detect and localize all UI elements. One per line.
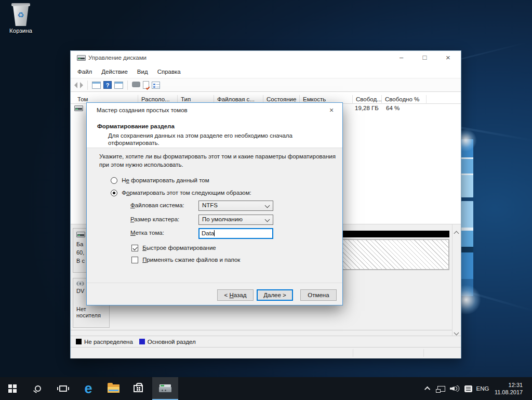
show-action-pane-icon[interactable] bbox=[114, 82, 123, 89]
column-free-percent[interactable]: Свободно % bbox=[382, 95, 427, 104]
close-button[interactable]: × bbox=[436, 51, 460, 65]
footer-separator bbox=[87, 283, 342, 283]
store-button[interactable] bbox=[129, 377, 148, 400]
file-system-value: NTFS bbox=[202, 202, 218, 208]
radio-format-circle[interactable] bbox=[111, 190, 117, 196]
title-bar[interactable]: Управление дисками – □ × bbox=[71, 51, 461, 65]
action-center-button[interactable] bbox=[461, 377, 475, 400]
column-free-space[interactable]: Свобод... bbox=[353, 95, 382, 104]
cluster-size-label: Размер кластера: bbox=[130, 216, 179, 222]
language-label: ENG bbox=[476, 385, 489, 392]
compression-checkbox[interactable]: Применять сжатие файлов и папок bbox=[131, 257, 240, 263]
wizard-title-bar[interactable]: Мастер создания простых томов × bbox=[87, 103, 342, 118]
cancel-button[interactable]: Отмена bbox=[300, 289, 337, 301]
radio-no-format-label: Не форматировать данный том bbox=[122, 177, 209, 183]
network-icon bbox=[437, 386, 445, 392]
tray-time: 12:31 bbox=[495, 381, 523, 389]
legend-unallocated-label: Не распределена bbox=[84, 339, 133, 345]
start-button[interactable] bbox=[4, 377, 21, 400]
clock[interactable]: 12:31 11.08.2017 bbox=[491, 377, 526, 400]
wizard-header: Форматирование раздела Для сохранения да… bbox=[87, 118, 342, 148]
wizard-title: Мастер создания простых томов bbox=[97, 107, 188, 113]
radio-format[interactable]: Форматировать этот том следующим образом… bbox=[111, 190, 251, 196]
file-system-label: Файловая система: bbox=[130, 202, 184, 208]
network-tray-button[interactable] bbox=[434, 377, 448, 400]
radio-no-format[interactable]: Не форматировать данный том bbox=[111, 177, 209, 184]
disk-management-taskbar-button[interactable] bbox=[152, 377, 178, 400]
file-explorer-button[interactable] bbox=[104, 377, 123, 400]
toolbar-separator bbox=[87, 81, 88, 90]
radio-format-label: Форматировать этот том следующим образом… bbox=[122, 190, 251, 196]
file-system-select[interactable]: NTFS bbox=[198, 201, 273, 211]
volume-label-input[interactable]: Data bbox=[198, 228, 273, 239]
search-button[interactable] bbox=[29, 377, 47, 400]
tray-expand-button[interactable] bbox=[422, 377, 434, 400]
quick-format-box[interactable] bbox=[131, 245, 138, 251]
language-indicator[interactable]: ENG bbox=[474, 377, 491, 400]
task-view-icon bbox=[59, 385, 67, 392]
edge-button[interactable]: e bbox=[79, 377, 98, 400]
menu-file[interactable]: Файл bbox=[73, 67, 97, 76]
volume-icon bbox=[450, 385, 459, 392]
legend-bar: Не распределена Основной раздел bbox=[71, 336, 461, 347]
toolbar-separator bbox=[127, 81, 128, 90]
radio-no-format-circle[interactable] bbox=[111, 177, 117, 184]
wizard-intro-2: при этом нужно использовать. bbox=[99, 162, 183, 168]
edge-icon: e bbox=[84, 382, 92, 396]
compression-box[interactable] bbox=[131, 257, 138, 263]
menu-help[interactable]: Справка bbox=[153, 67, 185, 76]
quick-format-label: Быстрое форматирование bbox=[142, 245, 216, 251]
app-icon bbox=[77, 55, 86, 61]
back-icon[interactable] bbox=[74, 82, 77, 88]
wizard-subheading-1: Для сохранения данных на этом разделе ег… bbox=[108, 132, 292, 139]
recycle-symbol-icon: ♻ bbox=[12, 10, 30, 20]
legend-primary-swatch bbox=[139, 339, 145, 344]
rows-bottom-border bbox=[71, 330, 452, 330]
menu-view[interactable]: Вид bbox=[132, 67, 153, 76]
column-filler bbox=[427, 95, 461, 104]
back-button[interactable]: < Назад bbox=[217, 289, 254, 301]
menu-action[interactable]: Действие bbox=[97, 67, 132, 76]
wizard-heading: Форматирование раздела bbox=[97, 123, 175, 129]
disk-management-icon bbox=[159, 384, 171, 392]
status-bubble-icon[interactable] bbox=[132, 82, 140, 87]
disk-icon bbox=[76, 232, 85, 237]
statusbar-divider bbox=[423, 349, 424, 357]
taskbar: e ENG bbox=[0, 377, 532, 400]
disk0-line3: В с bbox=[76, 258, 85, 264]
wizard-close-icon[interactable]: × bbox=[324, 104, 339, 117]
minimize-button[interactable]: – bbox=[390, 51, 413, 65]
cluster-size-value: По умолчанию bbox=[202, 216, 243, 222]
cd-icon bbox=[76, 281, 84, 286]
show-console-tree-icon[interactable] bbox=[92, 82, 101, 89]
chevron-down-icon bbox=[265, 217, 270, 222]
volume-drive-icon bbox=[74, 105, 83, 111]
search-icon bbox=[35, 385, 41, 392]
cdrom-status: Нет носителя bbox=[76, 306, 109, 318]
wizard-intro-1: Укажите, хотите ли вы форматировать этот… bbox=[99, 153, 336, 159]
volume-tray-button[interactable] bbox=[448, 377, 461, 400]
maximize-button[interactable]: □ bbox=[413, 51, 436, 65]
compression-label: Применять сжатие файлов и папок bbox=[142, 257, 240, 263]
help-icon[interactable]: ? bbox=[103, 81, 112, 89]
cluster-size-select[interactable]: По умолчанию bbox=[198, 215, 273, 225]
action-center-icon bbox=[464, 385, 472, 392]
scroll-up-icon[interactable] bbox=[455, 228, 458, 237]
properties-list-icon[interactable] bbox=[152, 82, 160, 89]
status-bar bbox=[71, 347, 461, 358]
forward-icon[interactable] bbox=[80, 82, 83, 88]
tray-date: 11.08.2017 bbox=[495, 389, 523, 396]
file-explorer-icon bbox=[108, 384, 119, 393]
recycle-bin[interactable]: ♻ Корзина bbox=[4, 3, 37, 34]
wizard-subheading-2: отформатировать. bbox=[108, 139, 159, 146]
vertical-scrollbar[interactable] bbox=[452, 224, 461, 336]
check-document-icon[interactable] bbox=[143, 81, 149, 89]
task-view-button[interactable] bbox=[54, 377, 72, 400]
chevron-down-icon bbox=[265, 203, 270, 208]
recycle-bin-label: Корзина bbox=[4, 28, 37, 34]
menu-bar: Файл Действие Вид Справка bbox=[71, 65, 461, 78]
next-button[interactable]: Далее > bbox=[257, 289, 293, 301]
windows-logo-pane-top bbox=[461, 139, 473, 197]
new-simple-volume-wizard: Мастер создания простых томов × Форматир… bbox=[86, 102, 343, 305]
quick-format-checkbox[interactable]: Быстрое форматирование bbox=[131, 245, 216, 251]
